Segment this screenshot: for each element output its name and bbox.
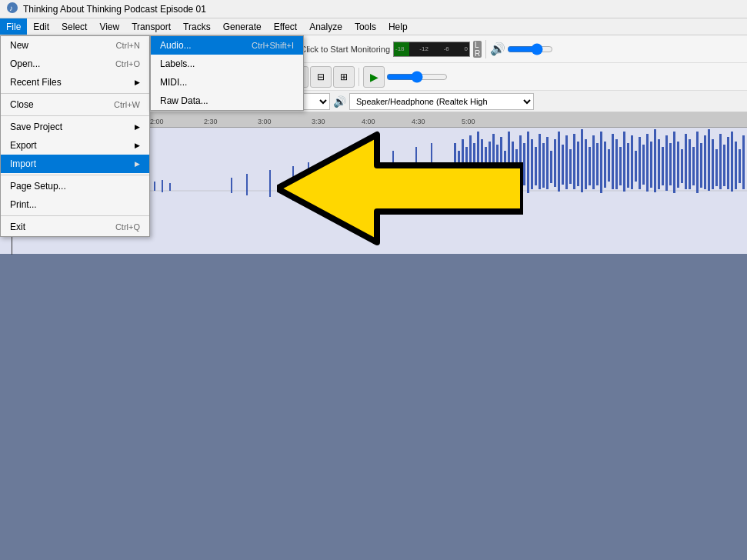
svg-rect-47 [596, 143, 599, 185]
svg-rect-81 [727, 137, 729, 189]
svg-rect-18 [485, 147, 487, 185]
svg-rect-99 [431, 143, 432, 193]
speaker-device-select[interactable]: Speaker/Headphone (Realtek High [349, 93, 534, 110]
menu-save-project[interactable]: Save Project ▶ [1, 118, 149, 136]
svg-rect-14 [469, 135, 472, 193]
ruler-mark-230: 2:30 [204, 118, 218, 125]
svg-rect-39 [565, 135, 568, 189]
svg-rect-83 [735, 142, 737, 189]
zoom-reset-btn[interactable]: ⊞ [333, 66, 355, 88]
svg-rect-87 [162, 180, 163, 192]
svg-rect-21 [496, 145, 499, 185]
svg-rect-67 [673, 132, 675, 193]
svg-rect-96 [369, 155, 371, 197]
monitor-click-text[interactable]: Click to Start Monitoring [300, 45, 390, 54]
menu-file[interactable]: File [0, 18, 27, 35]
menu-close[interactable]: Close Ctrl+W [1, 95, 149, 114]
import-labels[interactable]: Labels... [151, 55, 303, 73]
svg-rect-10 [454, 143, 456, 189]
svg-rect-88 [169, 183, 171, 191]
svg-rect-56 [631, 135, 633, 189]
menu-transport[interactable]: Transport [125, 18, 177, 35]
menu-open[interactable]: Open... Ctrl+O [1, 55, 149, 73]
menu-view[interactable]: View [93, 18, 125, 35]
svg-rect-63 [658, 139, 660, 189]
ruler-mark-430: 4:30 [412, 118, 425, 125]
svg-rect-35 [550, 151, 552, 183]
play-green-btn[interactable]: ▶ [363, 66, 385, 88]
svg-rect-49 [604, 142, 606, 188]
svg-rect-59 [642, 145, 645, 185]
menu-exit[interactable]: Exit Ctrl+Q [1, 218, 149, 236]
svg-rect-72 [692, 147, 695, 185]
speaker-device-icon: 🔊 [333, 95, 346, 108]
ruler-mark-300: 3:00 [258, 118, 272, 125]
svg-rect-24 [508, 132, 510, 192]
menu-export[interactable]: Export ▶ [1, 136, 149, 155]
menu-edit[interactable]: Edit [27, 18, 55, 35]
titlebar: ♪ Thinking About Thinking Podcast Episod… [0, 0, 747, 18]
import-audio[interactable]: Audio... Ctrl+Shift+I [151, 36, 303, 55]
sep4 [485, 40, 486, 58]
monitor-section: Click to Start Monitoring -18 -12 -6 0 L… [300, 41, 482, 58]
svg-rect-16 [477, 132, 479, 193]
svg-rect-82 [731, 132, 733, 192]
zoom-sel2-btn[interactable]: ⊟ [310, 66, 332, 88]
ruler-mark-200: 2:00 [150, 118, 164, 125]
svg-rect-80 [723, 145, 725, 186]
svg-rect-25 [512, 142, 514, 186]
menu-tracks[interactable]: Tracks [177, 18, 217, 35]
svg-rect-84 [739, 149, 741, 183]
menu-select[interactable]: Select [55, 18, 93, 35]
menu-generate[interactable]: Generate [217, 18, 268, 35]
volume-slider[interactable] [507, 43, 553, 55]
ruler-mark-500: 5:00 [462, 118, 475, 125]
svg-rect-28 [523, 143, 525, 185]
ruler-mark-330: 3:30 [312, 118, 325, 125]
svg-rect-45 [589, 147, 591, 185]
svg-text:♪: ♪ [9, 4, 13, 12]
svg-rect-69 [681, 149, 683, 183]
svg-rect-85 [742, 135, 745, 189]
svg-rect-27 [519, 135, 522, 189]
svg-rect-38 [562, 145, 564, 185]
svg-rect-65 [665, 135, 668, 191]
sep-a [1, 93, 149, 94]
svg-rect-44 [585, 139, 587, 189]
menu-page-setup[interactable]: Page Setup... [1, 177, 149, 195]
svg-rect-64 [662, 147, 664, 185]
svg-rect-76 [708, 129, 710, 191]
svg-rect-77 [712, 139, 714, 189]
speed-slider[interactable] [386, 71, 448, 83]
menu-help[interactable]: Help [382, 18, 414, 35]
sep-c [1, 175, 149, 175]
svg-rect-29 [527, 132, 529, 193]
svg-rect-52 [615, 139, 618, 189]
svg-rect-17 [481, 139, 483, 189]
menu-print[interactable]: Print... [1, 195, 149, 214]
menu-analyze[interactable]: Analyze [303, 18, 348, 35]
svg-rect-22 [500, 137, 502, 189]
lower-background [0, 254, 747, 560]
menu-effect[interactable]: Effect [268, 18, 303, 35]
volume-icon: 🔊 [490, 42, 505, 56]
svg-rect-54 [623, 132, 625, 192]
svg-rect-75 [704, 135, 706, 189]
svg-rect-68 [677, 142, 679, 188]
sep6 [358, 68, 359, 86]
svg-rect-89 [231, 178, 232, 193]
submenu-arrow2: ▶ [135, 123, 140, 131]
output-vu: -18 -12 -6 0 [393, 42, 470, 57]
svg-rect-50 [608, 149, 610, 182]
svg-rect-34 [546, 137, 549, 189]
svg-rect-48 [600, 132, 602, 193]
menu-new[interactable]: New Ctrl+N [1, 36, 149, 55]
svg-rect-91 [269, 170, 271, 197]
menu-import[interactable]: Import ▶ [1, 155, 149, 173]
import-raw-data[interactable]: Raw Data... [151, 92, 303, 110]
svg-rect-97 [392, 151, 394, 198]
svg-rect-36 [554, 139, 556, 187]
menu-tools[interactable]: Tools [348, 18, 382, 35]
menu-recent-files[interactable]: Recent Files ▶ [1, 73, 149, 92]
import-midi[interactable]: MIDI... [151, 73, 303, 92]
